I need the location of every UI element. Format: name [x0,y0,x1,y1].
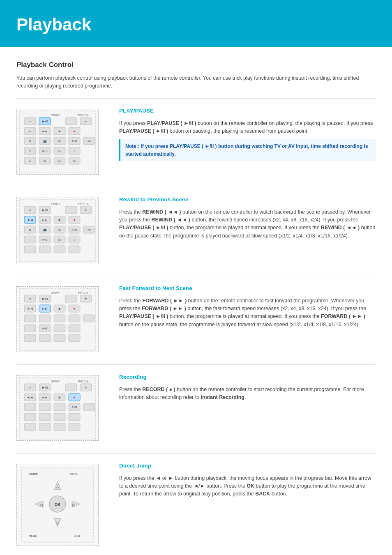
svg-text:PIP CH-: PIP CH- [78,114,89,117]
remote-img-container-ff: SWAP PIP CH- ≡ ►/II ▼ ◄◄ ►► ■ [16,286,99,352]
svg-text:≡: ≡ [29,209,31,212]
svg-text:⊟: ⊟ [58,150,61,152]
note-play-pause: Note : If you press PLAY/PAUSE ( ►/II ) … [119,139,376,161]
svg-rect-79 [24,246,36,253]
remote-img-container: SWAP PIP CH- ≡ ►/II ▼ ↩ ►► [16,109,99,175]
svg-rect-138 [83,403,95,411]
svg-rect-133 [24,403,36,411]
svg-text:►►: ►► [42,219,48,221]
svg-rect-51 [65,206,77,214]
svg-text:≡≡: ≡≡ [88,228,91,231]
heading-rewind: Rewind to Previous Scene [119,196,376,204]
svg-text:△: △ [56,484,59,488]
section-text-ff: Fast Forward to Next Scene Press the FOR… [119,284,376,332]
divider-2 [16,187,376,187]
main-heading: Playback Control [16,60,376,70]
svg-text:↩: ↩ [29,129,32,133]
svg-rect-7 [65,117,77,125]
svg-text:■: ■ [59,129,61,133]
svg-rect-106 [24,325,36,332]
svg-rect-110 [69,325,80,332]
svg-text:⊞: ⊞ [44,159,46,162]
svg-rect-82 [69,246,80,253]
svg-rect-143 [24,423,36,431]
para-rewind: Press the REWIND ( ◄◄ ) button on the re… [119,208,376,240]
svg-text:A+B: A+B [71,140,77,143]
page-title: Playback [16,12,91,37]
svg-text:≡: ≡ [29,297,31,300]
svg-text:📺: 📺 [43,228,47,232]
svg-rect-140 [39,413,51,421]
heading-direct-jump: Direct Jump [119,462,376,470]
svg-text:SWAP: SWAP [51,203,60,205]
svg-text:≡: ≡ [29,386,31,389]
svg-text:⊞: ⊞ [73,159,76,162]
intro-body: You can perform playback control using p… [16,74,376,90]
svg-text:PIP CH-: PIP CH- [78,380,89,383]
svg-text:A+B: A+B [71,406,77,409]
svg-rect-141 [54,413,65,421]
svg-text:SWAP: SWAP [51,291,60,294]
svg-rect-103 [54,315,65,322]
svg-text:●: ● [74,218,76,222]
para-recording: Press the RECORD ( ● ) button on the rem… [119,386,376,402]
section-text-play-pause: PLAY/PAUSE If you press PLAY/PAUSE ( ►/I… [119,107,376,164]
svg-text:◄◄: ◄◄ [27,307,33,311]
svg-text:▼: ▼ [85,297,88,300]
svg-text:■: ■ [59,218,61,222]
nav-remote-img-container: GUIDE BACK △ ◁ OK ▷ [16,464,99,546]
section-recording: SWAP PIP CH- ≡ ►/II ▼ ◄◄ ►► ■ [16,373,376,441]
svg-text:📺: 📺 [43,139,47,143]
svg-text:EXIT: EXIT [74,534,81,537]
svg-rect-114 [69,334,80,342]
svg-rect-142 [69,413,80,421]
divider-5 [16,453,376,454]
section-text-recording: Recording Press the RECORD ( ● ) button … [119,373,376,405]
svg-rect-102 [39,315,51,322]
remote-image-record: SWAP PIP CH- ≡ ►/II ▼ ◄◄ ►► ■ [16,375,107,441]
svg-text:A+B: A+B [42,327,48,330]
section-direct-jump: GUIDE BACK △ ◁ OK ▷ [16,462,376,546]
svg-text:►/II: ►/II [42,208,48,212]
remote-image-rewind: SWAP PIP CH- ≡ ►/II ▼ ◄◄ ►► ■ [16,198,107,263]
svg-text:BACK: BACK [70,473,78,476]
svg-text:⊞: ⊞ [58,228,61,231]
svg-text:►/II: ►/II [42,297,48,301]
svg-text:↕: ↕ [74,150,75,152]
svg-text:■: ■ [59,396,61,399]
svg-text:►►: ►► [42,130,48,133]
svg-text:≡≡: ≡≡ [88,140,91,143]
svg-text:≡: ≡ [29,120,31,123]
heading-ff: Fast Forward to Next Scene [119,284,376,292]
page-header: Playback [0,0,392,47]
svg-rect-144 [39,423,51,431]
svg-text:⊡: ⊡ [58,159,61,162]
intro-section: Playback Control You can perform playbac… [16,60,376,90]
svg-text:◄◄: ◄◄ [27,396,33,399]
svg-text:▷: ▷ [72,502,76,507]
remote-image-nav: GUIDE BACK △ ◁ OK ▷ [16,464,107,546]
svg-text:▼: ▼ [85,209,88,212]
svg-rect-134 [39,403,51,411]
svg-text:⚙: ⚙ [29,140,31,143]
svg-text:▽: ▽ [56,521,59,525]
svg-rect-81 [54,246,65,253]
svg-text:◄◄: ◄◄ [27,218,33,222]
divider-3 [16,276,376,276]
svg-text:PIP CH-: PIP CH- [78,203,89,205]
divider-1 [16,98,376,99]
svg-rect-90 [65,295,77,302]
svg-text:⟲: ⟲ [29,150,31,152]
svg-rect-145 [54,423,65,431]
svg-text:►►: ►► [42,396,48,399]
svg-text:MENU: MENU [29,534,37,537]
svg-rect-105 [83,315,95,322]
svg-rect-146 [69,423,80,431]
svg-rect-111 [24,334,36,342]
section-text-direct-jump: Direct Jump If you press the ◄ or ► butt… [119,462,376,501]
section-play-pause: SWAP PIP CH- ≡ ►/II ▼ ↩ ►► [16,107,376,175]
svg-text:▼: ▼ [85,120,88,123]
remote-svg-rewind: SWAP PIP CH- ≡ ►/II ▼ ◄◄ ►► ■ [18,199,97,263]
svg-text:A+B: A+B [42,150,48,152]
svg-text:PIP CH-: PIP CH- [78,291,89,294]
